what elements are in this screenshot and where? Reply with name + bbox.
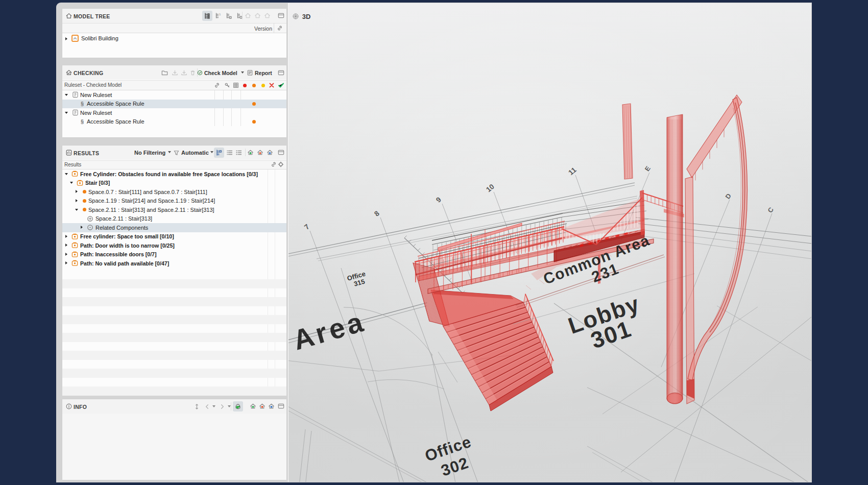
- svg-text:1: 1: [219, 13, 221, 16]
- svg-text:3D: 3D: [302, 13, 311, 20]
